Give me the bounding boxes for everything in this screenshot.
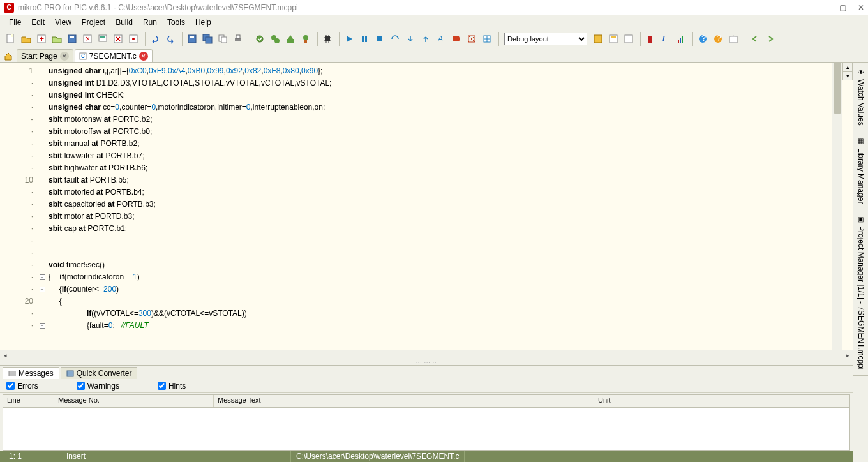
svg-text:+: + bbox=[40, 34, 44, 43]
bookmark-icon[interactable] bbox=[643, 32, 657, 46]
layout-default-icon[interactable] bbox=[622, 32, 636, 46]
svg-rect-47 bbox=[730, 36, 737, 43]
col-message-no[interactable]: Message No. bbox=[54, 395, 214, 407]
print-icon[interactable] bbox=[231, 32, 245, 46]
menu-build[interactable]: Build bbox=[110, 17, 138, 28]
save-project-icon[interactable] bbox=[65, 32, 79, 46]
svg-point-12 bbox=[132, 38, 135, 40]
rebuild-icon[interactable] bbox=[268, 32, 282, 46]
tab-close-icon[interactable]: ✕ bbox=[139, 52, 148, 61]
menu-help[interactable]: Help bbox=[190, 17, 216, 28]
open-project-icon[interactable] bbox=[50, 32, 64, 46]
close-project-icon[interactable]: × bbox=[80, 32, 94, 46]
converter-icon bbox=[66, 369, 74, 377]
menu-file[interactable]: File bbox=[4, 17, 26, 28]
window-title: mikroC PRO for PIC v.6.6.1 - C:\Users\ac… bbox=[18, 3, 298, 12]
code-area[interactable]: unsigned char i,j,ar[]={0xC0,0xF9,0xA4,0… bbox=[46, 63, 832, 350]
save-all-icon[interactable] bbox=[200, 32, 214, 46]
save-icon[interactable] bbox=[185, 32, 199, 46]
pause-icon[interactable] bbox=[357, 32, 371, 46]
close-button[interactable]: ✕ bbox=[858, 3, 864, 12]
step-into-icon[interactable] bbox=[403, 32, 417, 46]
project-settings-icon[interactable] bbox=[96, 32, 110, 46]
layout-manage-icon[interactable] bbox=[606, 32, 620, 46]
svg-rect-1 bbox=[11, 34, 13, 37]
svg-rect-14 bbox=[190, 36, 194, 38]
menu-project[interactable]: Project bbox=[77, 17, 110, 28]
tab-label: Quick Converter bbox=[77, 369, 132, 378]
home-tab-icon[interactable] bbox=[3, 50, 14, 62]
col-message-text[interactable]: Message Text bbox=[214, 395, 594, 407]
step-over-icon[interactable] bbox=[388, 32, 402, 46]
title-bar: C mikroC PRO for PIC v.6.6.1 - C:\Users\… bbox=[0, 0, 868, 15]
chip-icon[interactable] bbox=[320, 32, 334, 46]
minimize-button[interactable]: — bbox=[820, 3, 828, 12]
svg-point-23 bbox=[274, 38, 280, 43]
run-to-cursor-icon[interactable]: A bbox=[434, 32, 448, 46]
dock-project-manager[interactable]: ▣ Project Manager [1/1] - 7SEGMENT.mcppi bbox=[853, 209, 868, 375]
nav-back-icon[interactable] bbox=[748, 32, 762, 46]
close-file-icon[interactable] bbox=[111, 32, 125, 46]
tab-file[interactable]: c 7SEGMENT.c ✕ bbox=[75, 49, 153, 62]
tab-quick-converter[interactable]: Quick Converter bbox=[61, 367, 138, 379]
build-all-icon[interactable] bbox=[283, 32, 297, 46]
layout-save-icon[interactable] bbox=[591, 32, 605, 46]
editor-nav-down-icon[interactable]: ▾ bbox=[842, 71, 853, 80]
open-file-icon[interactable] bbox=[19, 32, 33, 46]
help-topics-icon[interactable]: ? bbox=[711, 32, 725, 46]
maximize-button[interactable]: ▢ bbox=[839, 3, 846, 12]
horizontal-scrollbar[interactable]: ◂▸ bbox=[0, 350, 853, 360]
vertical-scrollbar[interactable] bbox=[832, 63, 842, 350]
message-filters: Errors Warnings Hints bbox=[0, 379, 853, 393]
tab-messages[interactable]: Messages bbox=[3, 367, 59, 379]
undo-icon[interactable] bbox=[148, 32, 162, 46]
layout-select[interactable]: Debug layout bbox=[504, 33, 587, 45]
copy-icon[interactable] bbox=[216, 32, 230, 46]
step-out-icon[interactable] bbox=[419, 32, 433, 46]
goto-line-icon[interactable]: I bbox=[659, 32, 673, 46]
editor-tab-bar: Start Page ✕ c 7SEGMENT.c ✕ bbox=[0, 48, 868, 63]
messages-tab-bar: Messages Quick Converter bbox=[0, 365, 853, 379]
new-file-icon[interactable] bbox=[4, 32, 18, 46]
col-unit[interactable]: Unit bbox=[594, 395, 849, 407]
dock-library-manager[interactable]: ▦ Library Manager bbox=[853, 131, 868, 209]
side-dock: 👁 Watch Values ▦ Library Manager ▣ Proje… bbox=[853, 63, 868, 462]
filter-hints[interactable]: Hints bbox=[158, 382, 186, 391]
menu-run[interactable]: Run bbox=[138, 17, 162, 28]
menu-view[interactable]: View bbox=[50, 17, 77, 28]
clear-breakpoints-icon[interactable] bbox=[465, 32, 479, 46]
line-gutter: 1···-····10····-····20·· bbox=[0, 63, 38, 350]
run-icon[interactable] bbox=[342, 32, 356, 46]
messages-icon bbox=[8, 369, 16, 377]
options-icon[interactable] bbox=[126, 32, 140, 46]
tab-close-icon[interactable]: ✕ bbox=[60, 52, 69, 61]
nav-forward-icon[interactable] bbox=[763, 32, 777, 46]
help-icon[interactable]: ? bbox=[696, 32, 710, 46]
filter-errors[interactable]: Errors bbox=[6, 382, 38, 391]
filter-warnings[interactable]: Warnings bbox=[77, 382, 119, 391]
toggle-breakpoint-icon[interactable] bbox=[449, 32, 463, 46]
dock-label: Watch Values bbox=[857, 79, 865, 126]
editor-nav-up-icon[interactable]: ▴ bbox=[842, 63, 853, 71]
code-editor[interactable]: 1···-····10····-····20·· −−− unsigned ch… bbox=[0, 63, 853, 350]
build-program-icon[interactable] bbox=[299, 32, 313, 46]
tab-start-page[interactable]: Start Page ✕ bbox=[17, 49, 73, 62]
svg-text:I: I bbox=[662, 34, 665, 43]
menu-tools[interactable]: Tools bbox=[162, 17, 190, 28]
statistics-icon[interactable] bbox=[674, 32, 688, 46]
svg-rect-51 bbox=[67, 371, 73, 376]
app-icon: C bbox=[4, 3, 14, 13]
panel-gripper[interactable]: ·········· bbox=[0, 360, 853, 365]
col-line[interactable]: Line bbox=[3, 395, 54, 407]
menu-edit[interactable]: Edit bbox=[26, 17, 50, 28]
stop-icon[interactable] bbox=[373, 32, 387, 46]
about-icon[interactable] bbox=[726, 32, 740, 46]
tab-label: Start Page bbox=[21, 52, 57, 61]
watch-icon[interactable] bbox=[480, 32, 494, 46]
svg-rect-34 bbox=[594, 35, 602, 43]
new-project-icon[interactable]: + bbox=[34, 32, 49, 46]
redo-icon[interactable] bbox=[163, 32, 177, 46]
dock-watch-values[interactable]: 👁 Watch Values bbox=[853, 63, 868, 131]
messages-table[interactable]: Line Message No. Message Text Unit bbox=[3, 394, 850, 451]
build-icon[interactable] bbox=[253, 32, 267, 46]
